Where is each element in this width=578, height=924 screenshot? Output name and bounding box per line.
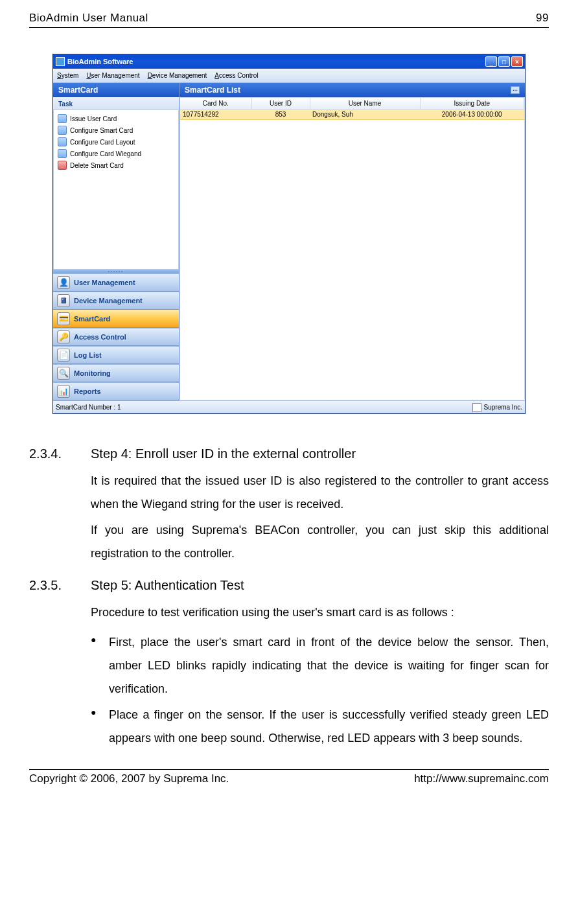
card-icon	[58, 114, 67, 123]
nav-user-management[interactable]: 👤User Management	[53, 273, 179, 292]
copyright-text: Copyright © 2006, 2007 by Suprema Inc.	[29, 772, 229, 785]
company-logo-icon	[472, 403, 481, 412]
menu-device-management[interactable]: Device Management	[148, 72, 207, 79]
status-bar: SmartCard Number : 1 Suprema Inc.	[53, 400, 525, 413]
card-icon	[58, 137, 67, 146]
card-icon	[58, 126, 67, 135]
nav-smartcard[interactable]: 💳SmartCard	[53, 310, 179, 328]
info-icon[interactable]: ⋯	[511, 86, 520, 94]
menu-access-control[interactable]: Access Control	[214, 72, 258, 79]
page-number: 99	[536, 12, 549, 25]
menu-system[interactable]: System	[57, 72, 78, 79]
cell-issuing-date: 2006-04-13 00:00:00	[420, 110, 524, 120]
smartcard-table: Card No. User ID User Name Issuing Date …	[179, 97, 525, 400]
bullet-list: First, place the user's smart card in fr…	[91, 630, 549, 750]
list-title: SmartCard List	[185, 86, 511, 95]
col-user-id[interactable]: User ID	[251, 98, 310, 110]
nav-device-management[interactable]: 🖥Device Management	[53, 292, 179, 310]
section-number: 2.3.4.	[29, 446, 91, 461]
task-delete-smart-card[interactable]: Delete Smart Card	[54, 159, 178, 171]
footer-url: http://www.supremainc.com	[414, 772, 549, 785]
device-icon: 🖥	[57, 294, 70, 307]
app-icon	[56, 57, 65, 66]
task-configure-card-wiegand[interactable]: Configure Card Wiegand	[54, 148, 178, 159]
list-title-bar: SmartCard List ⋯	[179, 83, 525, 97]
left-panel-title: SmartCard	[53, 83, 179, 97]
card-icon	[58, 149, 67, 158]
table-row[interactable]: 1077514292 853 Dongsuk, Suh 2006-04-13 0…	[180, 110, 524, 120]
maximize-button[interactable]: □	[498, 56, 510, 67]
nav-access-control[interactable]: 🔑Access Control	[53, 328, 179, 346]
key-icon: 🔑	[57, 330, 70, 343]
close-button[interactable]: ×	[511, 56, 523, 67]
menubar: System User Management Device Management…	[53, 69, 525, 83]
header-rule	[29, 27, 549, 28]
app-window: BioAdmin Software _ □ × System User Mana…	[52, 54, 526, 414]
monitor-icon: 🔍	[57, 367, 70, 380]
task-issue-user-card[interactable]: Issue User Card	[54, 113, 178, 124]
delete-icon	[58, 161, 67, 170]
section-title: Step 4: Enroll user ID in the external c…	[91, 446, 356, 461]
window-titlebar[interactable]: BioAdmin Software _ □ ×	[53, 54, 525, 69]
page-header: BioAdmin User Manual 99	[29, 12, 549, 25]
section-number: 2.3.5.	[29, 578, 91, 593]
header-left: BioAdmin User Manual	[29, 12, 148, 25]
nav-monitoring[interactable]: 🔍Monitoring	[53, 364, 179, 382]
bullet-item: First, place the user's smart card in fr…	[91, 630, 549, 700]
status-left: SmartCard Number : 1	[56, 404, 472, 411]
footer-rule	[29, 769, 549, 770]
section-234-para-2: If you are using Suprema's BEACon contro…	[91, 518, 549, 565]
section-234-para-1: It is required that the issued user ID i…	[91, 469, 549, 516]
log-icon: 📄	[57, 349, 70, 362]
cell-user-id: 853	[251, 110, 310, 120]
user-icon: 👤	[57, 276, 70, 289]
task-configure-card-layout[interactable]: Configure Card Layout	[54, 136, 178, 148]
cell-user-name: Dongsuk, Suh	[310, 110, 420, 120]
task-list: Issue User Card Configure Smart Card Con…	[53, 110, 179, 270]
col-card-no[interactable]: Card No.	[180, 98, 251, 110]
page-footer: Copyright © 2006, 2007 by Suprema Inc. h…	[29, 772, 549, 785]
nav-reports[interactable]: 📊Reports	[53, 382, 179, 400]
cell-card-no: 1077514292	[180, 110, 251, 120]
section-title: Step 5: Authentication Test	[91, 578, 244, 593]
nav-log-list[interactable]: 📄Log List	[53, 346, 179, 364]
section-heading-235: 2.3.5. Step 5: Authentication Test	[29, 578, 549, 593]
table-header-row: Card No. User ID User Name Issuing Date	[180, 98, 524, 110]
section-heading-234: 2.3.4. Step 4: Enroll user ID in the ext…	[29, 446, 549, 461]
nav-stack: 👤User Management 🖥Device Management 💳Sma…	[53, 273, 179, 400]
minimize-button[interactable]: _	[485, 56, 497, 67]
col-user-name[interactable]: User Name	[310, 98, 420, 110]
menu-user-management[interactable]: User Management	[86, 72, 139, 79]
report-icon: 📊	[57, 385, 70, 398]
task-configure-smart-card[interactable]: Configure Smart Card	[54, 124, 178, 136]
screenshot-figure: BioAdmin Software _ □ × System User Mana…	[29, 54, 549, 414]
bullet-item: Place a finger on the sensor. If the use…	[91, 703, 549, 750]
status-right: Suprema Inc.	[484, 404, 522, 411]
task-header: Task	[53, 97, 179, 110]
col-issuing-date[interactable]: Issuing Date	[420, 98, 524, 110]
window-title: BioAdmin Software	[67, 58, 485, 65]
right-panel: SmartCard List ⋯ Card No. User ID User N…	[179, 83, 525, 400]
left-panel: SmartCard Task Issue User Card Configure…	[53, 83, 179, 400]
card-icon: 💳	[57, 312, 70, 325]
section-235-para-1: Procedure to test verification using the…	[91, 601, 549, 624]
